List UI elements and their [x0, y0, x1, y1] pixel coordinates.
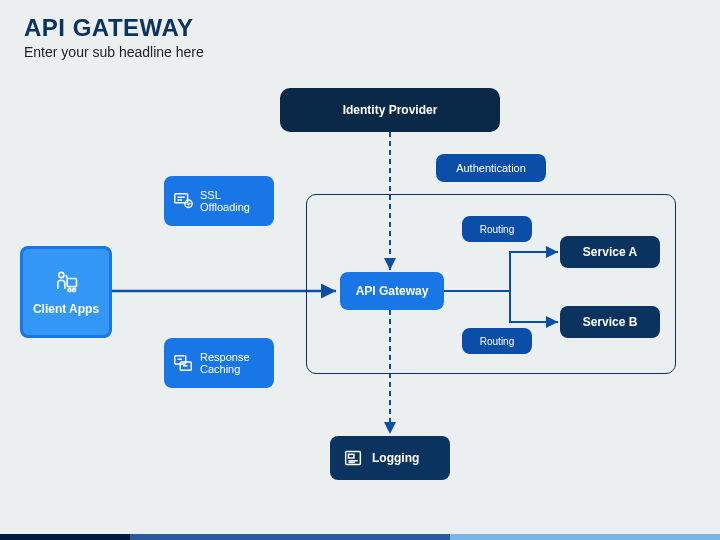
page-subtitle: Enter your sub headline here	[24, 44, 696, 60]
svg-rect-8	[67, 279, 76, 287]
client-icon	[52, 268, 80, 296]
ssl-offloading-node: SSL Offloading	[164, 176, 274, 226]
identity-label: Identity Provider	[343, 103, 438, 117]
api-gateway-node: API Gateway	[340, 272, 444, 310]
svg-point-9	[68, 289, 71, 292]
svg-point-7	[59, 272, 64, 277]
footer-accent	[0, 534, 720, 540]
gateway-label: API Gateway	[356, 284, 429, 298]
authentication-label: Authentication	[436, 154, 546, 182]
routing-label-top: Routing	[462, 216, 532, 242]
service-b-node: Service B	[560, 306, 660, 338]
page-title: API GATEWAY	[24, 14, 696, 42]
svg-rect-12	[348, 454, 354, 458]
svg-point-10	[73, 289, 76, 292]
service-b-label: Service B	[583, 315, 638, 329]
identity-provider-node: Identity Provider	[280, 88, 500, 132]
routing-label-bottom: Routing	[462, 328, 532, 354]
ssl-label: SSL Offloading	[200, 189, 266, 213]
logging-label: Logging	[372, 451, 419, 465]
client-apps-node: Client Apps	[20, 246, 112, 338]
cache-label: Response Caching	[200, 351, 266, 375]
service-a-node: Service A	[560, 236, 660, 268]
header: API GATEWAY Enter your sub headline here	[0, 0, 720, 66]
ssl-icon	[172, 190, 194, 212]
logging-icon	[342, 447, 364, 469]
cache-icon	[172, 352, 194, 374]
logging-node: Logging	[330, 436, 450, 480]
service-a-label: Service A	[583, 245, 637, 259]
response-caching-node: Response Caching	[164, 338, 274, 388]
client-label: Client Apps	[33, 302, 99, 316]
